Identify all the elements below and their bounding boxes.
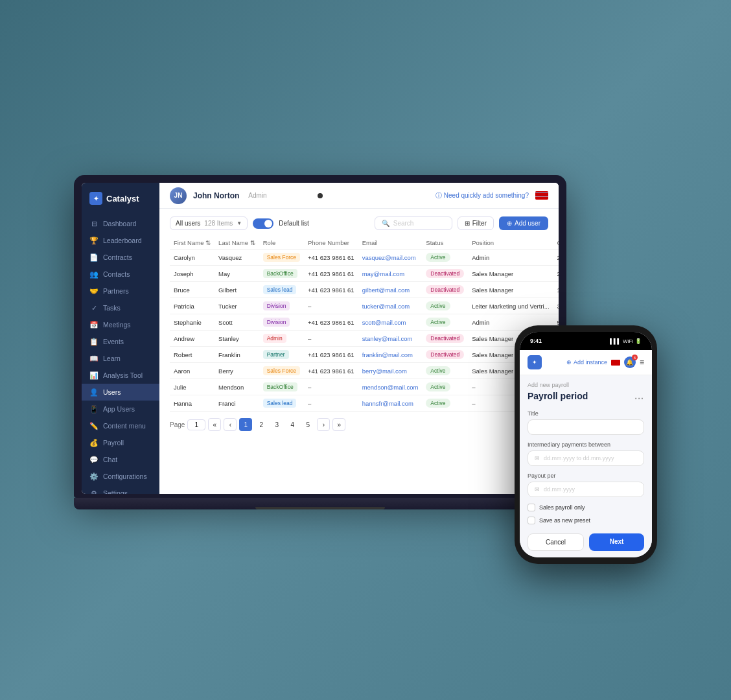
add-user-button[interactable]: ⊕ Add user <box>499 216 548 230</box>
cell-email[interactable]: mendson@mail.com <box>358 379 423 395</box>
filter-button[interactable]: ⊞ Filter <box>458 216 494 230</box>
checkbox-preset-input[interactable] <box>528 517 535 524</box>
cell-role: Sales Force <box>259 363 304 379</box>
cell-lastname: Scott <box>215 314 259 331</box>
calendar-icon: ✉ <box>535 455 540 461</box>
payout-input[interactable]: ✉ dd.mm.yyyy <box>528 482 644 497</box>
sidebar-item-settings[interactable]: ⚙ Settings <box>82 485 159 494</box>
sidebar-label: Content menu <box>103 422 146 430</box>
cell-email[interactable]: gilbert@mail.com <box>358 282 423 298</box>
cell-role: BackOffice <box>259 266 304 282</box>
table-row[interactable]: Patricia Tucker Division – tucker@mail.c… <box>170 298 559 314</box>
cancel-button[interactable]: Cancel <box>528 533 584 551</box>
cell-phone: – <box>304 298 358 314</box>
form-group-title: Title <box>528 410 644 435</box>
cell-email[interactable]: franklin@mail.com <box>358 347 423 363</box>
intermediary-label: Intermediary payments between <box>528 441 644 448</box>
table-row[interactable]: Joseph May BackOffice +41 623 9861 61 ma… <box>170 266 559 282</box>
phone-bell[interactable]: 🔔 6 <box>624 356 636 368</box>
checkbox-sales-input[interactable] <box>528 504 535 511</box>
next-button[interactable]: Next <box>589 533 644 551</box>
sidebar-item-contentmenu[interactable]: ✏️ Content menu <box>82 417 159 434</box>
sidebar-item-learn[interactable]: 📖 Learn <box>82 350 159 367</box>
cell-email[interactable]: vasquez@mail.com <box>358 250 423 266</box>
add-instance-label: Add instance <box>574 359 607 366</box>
toggle-switch[interactable] <box>253 218 273 229</box>
sidebar-item-payroll[interactable]: 💰 Payroll <box>82 434 159 451</box>
cell-phone: +41 623 9861 61 <box>304 250 358 266</box>
cell-phone: – <box>304 331 358 347</box>
checkbox-sales-payroll[interactable]: Sales payroll only <box>528 504 644 511</box>
table-row[interactable]: Bruce Gilbert Sales lead +41 623 9861 61… <box>170 282 559 298</box>
cell-position: Sales Manager <box>468 282 553 298</box>
cell-status: Active <box>422 314 468 331</box>
sidebar-label: Learn <box>103 355 121 362</box>
users-selector[interactable]: All users 128 Items ▼ <box>170 216 248 230</box>
table-row[interactable]: Julie Mendson BackOffice – mendson@mail.… <box>170 379 559 395</box>
hamburger-icon[interactable]: ≡ <box>640 358 644 367</box>
sidebar-item-dashboard[interactable]: ⊟ Dashboard <box>82 215 159 232</box>
meetings-icon: 📅 <box>89 320 99 329</box>
modal-dots[interactable]: ... <box>634 391 644 401</box>
intermediary-input[interactable]: ✉ dd.mm.yyyy to dd.mm.yyyy <box>528 450 644 466</box>
add-instance-button[interactable]: ⊕ Add instance <box>566 359 607 366</box>
sidebar-item-meetings[interactable]: 📅 Meetings <box>82 316 159 333</box>
help-link[interactable]: ⓘ Need quickly add something? <box>435 191 529 200</box>
table-row[interactable]: Stephanie Scott Division +41 623 9861 61… <box>170 314 559 331</box>
sidebar-item-partners[interactable]: 🤝 Partners <box>82 283 159 299</box>
sidebar-item-configurations[interactable]: ⚙️ Configurations <box>82 468 159 485</box>
cell-firstname: Patricia <box>170 298 215 314</box>
page-prev-btn[interactable]: ‹ <box>224 418 237 431</box>
cell-email[interactable]: stanley@mail.com <box>358 331 423 347</box>
table-row[interactable]: Robert Franklin Partner +41 623 9861 61 … <box>170 347 559 363</box>
table-area: All users 128 Items ▼ Default list <box>159 209 559 494</box>
col-lastname[interactable]: Last Name ⇅ <box>215 237 259 250</box>
table-row[interactable]: Carolyn Vasquez Sales Force +41 623 9861… <box>170 250 559 266</box>
search-box[interactable]: 🔍 Search <box>375 216 452 230</box>
sidebar-item-contracts[interactable]: 📄 Contracts <box>82 249 159 266</box>
cell-email[interactable]: berry@mail.com <box>358 363 423 379</box>
sidebar-label: App Users <box>103 405 135 413</box>
page-next-btn[interactable]: › <box>317 418 330 431</box>
payout-label: Payout per <box>528 472 644 479</box>
page-3[interactable]: 3 <box>270 418 283 431</box>
table-row[interactable]: Andrew Stanley Admin – stanley@mail.com … <box>170 331 559 347</box>
page-5[interactable]: 5 <box>301 418 314 431</box>
sidebar-item-leaderboard[interactable]: 🏆 Leaderboard <box>82 232 159 249</box>
page-2[interactable]: 2 <box>255 418 268 431</box>
sidebar: ✦ Catalyst ⊟ Dashboard 🏆 Leaderboard <box>82 183 159 494</box>
cell-email[interactable]: tucker@mail.com <box>358 298 423 314</box>
col-firstname[interactable]: First Name ⇅ <box>170 237 215 250</box>
sidebar-item-tasks[interactable]: ✓ Tasks <box>82 299 159 316</box>
cell-email[interactable]: hannsfr@mail.com <box>358 395 423 412</box>
sidebar-item-users[interactable]: 👤 Users <box>82 384 159 401</box>
page-input[interactable] <box>187 419 205 430</box>
sidebar-item-contacts[interactable]: 👥 Contacts <box>82 266 159 283</box>
cell-contacts: 34 <box>553 298 559 314</box>
users-icon: 👤 <box>89 388 99 397</box>
sidebar-item-events[interactable]: 📋 Events <box>82 333 159 350</box>
cell-phone: +41 623 9861 61 <box>304 314 358 331</box>
cell-status: Active <box>422 395 468 412</box>
dashboard-icon: ⊟ <box>89 219 99 228</box>
cell-email[interactable]: scott@mail.com <box>358 314 423 331</box>
cell-firstname: Julie <box>170 379 215 395</box>
cell-phone: +41 623 9861 61 <box>304 282 358 298</box>
page-last-btn[interactable]: » <box>332 418 345 431</box>
checkbox-sales-label: Sales payroll only <box>539 504 585 511</box>
table-row[interactable]: Aaron Berry Sales Force +41 623 9861 61 … <box>170 363 559 379</box>
page-4[interactable]: 4 <box>286 418 299 431</box>
cell-email[interactable]: may@mail.com <box>358 266 423 282</box>
main-content: JN John Norton Admin ⓘ Need quickly add … <box>159 183 559 494</box>
table-row[interactable]: Hanna Franci Sales lead – hannsfr@mail.c… <box>170 395 559 412</box>
events-icon: 📋 <box>89 337 99 346</box>
checkbox-preset[interactable]: Save as new preset <box>528 517 644 524</box>
page-1[interactable]: 1 <box>239 418 252 431</box>
signal-icon: ▌▌▌ <box>610 338 621 344</box>
sidebar-item-appusers[interactable]: 📱 App Users <box>82 401 159 417</box>
sidebar-item-chat[interactable]: 💬 Chat <box>82 451 159 468</box>
phone-logo: ✦ <box>528 355 542 369</box>
sidebar-item-analysis[interactable]: 📊 Analysis Tool <box>82 367 159 384</box>
title-input[interactable] <box>528 419 644 435</box>
page-first-btn[interactable]: « <box>208 418 221 431</box>
